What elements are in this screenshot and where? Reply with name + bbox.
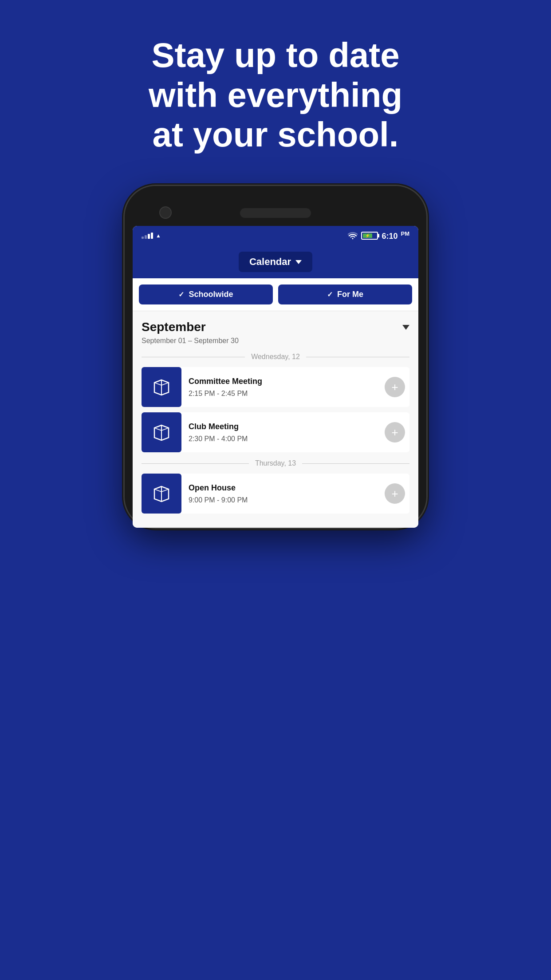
phone: ▲ ⚡: [125, 186, 426, 528]
event-icon-committee: [142, 367, 181, 407]
status-right: ⚡ 6:10 PM: [348, 230, 409, 241]
book-icon-club: [152, 423, 171, 441]
svg-line-10: [154, 489, 161, 492]
battery-icon: ⚡: [361, 232, 378, 240]
app-header: Calendar: [133, 245, 418, 278]
wifi-icon: [348, 232, 358, 239]
sep-line-right-thu: [302, 463, 409, 464]
for-me-check-icon: ✓: [327, 290, 333, 299]
signal-bar-1: [142, 237, 144, 239]
svg-line-11: [161, 489, 169, 492]
calendar-dropdown-button[interactable]: Calendar: [239, 252, 312, 272]
month-title: September: [142, 320, 206, 334]
event-title-committee: Committee Meeting: [189, 377, 402, 386]
battery-bolt: ⚡: [365, 234, 370, 238]
sep-line-left-wed: [142, 357, 245, 357]
month-range: September 01 – September 30: [142, 337, 409, 345]
hero-line1: Stay up to date: [151, 36, 399, 75]
event-add-button-club[interactable]: +: [385, 422, 405, 443]
day-separator-thu: Thursday, 13: [142, 459, 409, 467]
event-committee-meeting: Committee Meeting 2:15 PM - 2:45 PM +: [142, 367, 409, 407]
phone-camera: [159, 206, 172, 219]
for-me-tab[interactable]: ✓ For Me: [278, 285, 412, 304]
svg-line-3: [161, 383, 169, 385]
schoolwide-tab[interactable]: ✓ Schoolwide: [139, 285, 273, 304]
month-chevron-icon[interactable]: [402, 325, 409, 330]
hero-line3: at your school.: [153, 115, 399, 154]
calendar-title: Calendar: [249, 256, 291, 268]
event-title-openhouse: Open House: [189, 483, 402, 493]
event-time-committee: 2:15 PM - 2:45 PM: [189, 390, 402, 398]
event-details-club: Club Meeting 2:30 PM - 4:00 PM: [181, 418, 409, 447]
sep-line-right-wed: [306, 357, 409, 357]
time-suffix: PM: [401, 230, 410, 237]
for-me-label: For Me: [337, 290, 363, 299]
event-icon-club: [142, 412, 181, 452]
month-header: September: [142, 320, 409, 334]
sep-label-thu: Thursday, 13: [249, 459, 302, 467]
status-bar: ▲ ⚡: [133, 226, 418, 245]
phone-speaker: [240, 208, 311, 218]
signal-area: ▲: [142, 233, 161, 239]
phone-screen: ▲ ⚡: [133, 226, 418, 528]
schoolwide-check-icon: ✓: [178, 290, 184, 299]
event-time-openhouse: 9:00 PM - 9:00 PM: [189, 496, 402, 504]
event-title-club: Club Meeting: [189, 422, 402, 431]
book-icon-openhouse: [152, 485, 171, 502]
signal-bar-4: [151, 233, 153, 239]
svg-line-7: [161, 428, 169, 431]
sep-label-wed: Wednesday, 12: [245, 353, 306, 361]
signal-bar-3: [148, 234, 150, 239]
calendar-content: September September 01 – September 30 We…: [133, 311, 418, 528]
svg-line-6: [154, 428, 161, 431]
signal-bars: [142, 233, 153, 239]
filter-tabs: ✓ Schoolwide ✓ For Me: [133, 278, 418, 311]
signal-bar-2: [145, 235, 147, 239]
event-details-openhouse: Open House 9:00 PM - 9:00 PM: [181, 479, 409, 509]
time-value: 6:10: [382, 232, 398, 241]
hero-line2: with everything: [149, 75, 402, 115]
event-open-house: Open House 9:00 PM - 9:00 PM +: [142, 474, 409, 514]
event-add-button-openhouse[interactable]: +: [385, 483, 405, 504]
hero-text: Stay up to date with everything at your …: [0, 0, 551, 182]
book-icon-committee: [152, 378, 171, 396]
phone-bezel-top: [133, 199, 418, 226]
event-add-button-committee[interactable]: +: [385, 377, 405, 397]
event-icon-openhouse: [142, 474, 181, 514]
event-details-committee: Committee Meeting 2:15 PM - 2:45 PM: [181, 372, 409, 402]
svg-line-2: [154, 383, 161, 385]
event-club-meeting: Club Meeting 2:30 PM - 4:00 PM +: [142, 412, 409, 452]
battery-fill: ⚡: [363, 233, 372, 238]
dropdown-arrow-icon: [295, 260, 302, 264]
status-time: 6:10 PM: [382, 230, 409, 241]
event-time-club: 2:30 PM - 4:00 PM: [189, 435, 402, 443]
phone-wrapper: ▲ ⚡: [0, 186, 551, 528]
signal-dot: ▲: [156, 233, 161, 239]
schoolwide-label: Schoolwide: [189, 290, 233, 299]
sep-line-left-thu: [142, 463, 249, 464]
day-separator-wed: Wednesday, 12: [142, 353, 409, 361]
